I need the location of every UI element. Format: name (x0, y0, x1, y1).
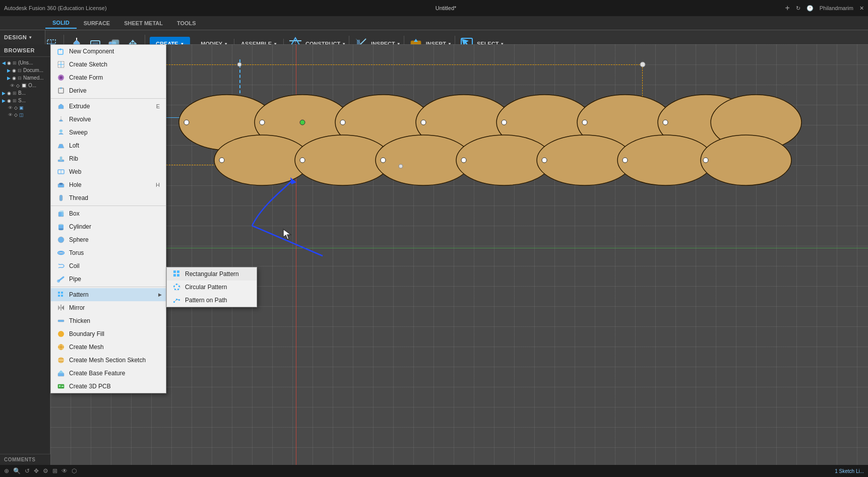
canvas-area[interactable] (50, 44, 868, 477)
menu-item-base-feature[interactable]: Create Base Feature (51, 367, 166, 380)
box-icon (57, 210, 65, 218)
thread-icon (57, 194, 65, 202)
menu-item-create-mesh[interactable]: Create Mesh (51, 340, 166, 354)
svg-point-80 (59, 183, 63, 185)
svg-rect-94 (58, 295, 60, 297)
extrude-icon (57, 102, 65, 110)
create-sketch-icon (57, 60, 65, 69)
add-tab-icon[interactable]: + (785, 4, 789, 13)
svg-rect-93 (61, 292, 63, 294)
svg-marker-96 (58, 305, 60, 310)
svg-point-67 (59, 76, 63, 79)
menu-item-derive[interactable]: Derive (51, 84, 166, 97)
design-label: DESIGN (4, 34, 27, 40)
nav-icon[interactable]: ⊕ (4, 467, 9, 474)
menu-item-mirror[interactable]: Mirror (51, 301, 166, 314)
menu-item-loft[interactable]: Loft (51, 139, 166, 152)
menu-item-cylinder[interactable]: Cylinder (51, 220, 166, 233)
pan-icon[interactable]: ✥ (34, 467, 39, 474)
tab-solid[interactable]: SOLID (45, 18, 77, 29)
create-mesh-icon (57, 343, 65, 351)
submenu-circular-pattern[interactable]: Circular Pattern (167, 281, 257, 294)
svg-point-55 (701, 135, 791, 185)
menu-item-pattern[interactable]: Pattern (51, 288, 166, 301)
menu-item-rib[interactable]: Rib (51, 152, 166, 165)
zoom-icon[interactable]: 🔍 (13, 467, 21, 474)
svg-rect-110 (59, 385, 60, 387)
menu-item-mesh-section[interactable]: Create Mesh Section Sketch (51, 354, 166, 367)
clock-icon[interactable]: 🕐 (807, 5, 814, 12)
tree-item-root[interactable]: ◀ ◉ ⊞ (Uns... (0, 59, 50, 66)
web-icon (57, 168, 65, 176)
refresh-icon[interactable]: ↻ (796, 5, 800, 12)
circ-pattern-icon (173, 283, 181, 291)
menu-torus-label: Torus (69, 249, 84, 256)
menu-extrude-label: Extrude (69, 103, 90, 110)
tree-item-named[interactable]: ▶ ◉ ⊟ Named... (0, 74, 50, 82)
tab-sheet-metal[interactable]: SHEET METAL (117, 18, 170, 28)
tree-subitem-2[interactable]: 👁 ◇ ◫ (0, 111, 50, 118)
status-bar-left: ⊕ 🔍 ↺ ✥ ⚙ ⊞ 👁 ⬡ (4, 467, 77, 474)
tree-item-o[interactable]: 👁 ◇ 🔲 O... (0, 82, 50, 89)
close-icon[interactable]: ✕ (859, 5, 864, 12)
menu-item-create-sketch[interactable]: Create Sketch (51, 58, 166, 71)
browser-tree: ◀ ◉ ⊞ (Uns... ▶ ◉ ⊟ Docum... ▶ ◉ ⊟ Named… (0, 57, 50, 120)
grid-icon[interactable]: ⊞ (52, 467, 57, 474)
svg-point-48 (381, 158, 386, 163)
hole-shortcut: H (156, 182, 160, 188)
menu-cylinder-label: Cylinder (69, 223, 91, 230)
tree-item-s[interactable]: ▶ ◉ ⊞ S... (0, 97, 50, 104)
tab-surface[interactable]: SURFACE (77, 18, 117, 28)
svg-point-23 (184, 120, 189, 125)
svg-point-90 (59, 252, 63, 254)
submenu-pattern-on-path[interactable]: Pattern on Path (167, 294, 257, 307)
status-bar: ⊕ 🔍 ↺ ✥ ⚙ ⊞ 👁 ⬡ 1 Sketch Li... (0, 465, 868, 477)
svg-rect-123 (176, 299, 177, 300)
tree-item-doc[interactable]: ▶ ◉ ⊟ Docum... (0, 66, 50, 74)
svg-rect-118 (176, 284, 177, 285)
menu-item-torus[interactable]: Torus (51, 246, 166, 259)
menu-item-extrude[interactable]: Extrude E (51, 100, 166, 113)
menu-item-sweep[interactable]: Sweep (51, 126, 166, 139)
design-dropdown-arrow: ▼ (28, 35, 32, 40)
svg-point-100 (58, 331, 64, 337)
svg-rect-99 (58, 320, 64, 322)
thicken-icon (57, 317, 65, 325)
title-bar-right: + ↻ 🕐 Philandmarim ✕ (785, 4, 864, 13)
tree-subitem-1[interactable]: 👁 ◇ ▣ (0, 104, 50, 111)
tab-tools[interactable]: TOOLS (170, 18, 203, 28)
menu-item-thicken[interactable]: Thicken (51, 314, 166, 327)
torus-icon (57, 249, 65, 257)
menu-mesh-section-label: Create Mesh Section Sketch (69, 357, 146, 364)
svg-point-104 (58, 357, 64, 363)
display-mode-icon[interactable]: ⬡ (72, 467, 77, 474)
menu-item-3d-pcb[interactable]: Create 3D PCB (51, 380, 166, 393)
menu-item-sphere[interactable]: Sphere (51, 233, 166, 246)
menu-item-box[interactable]: Box (51, 207, 166, 220)
settings-icon[interactable]: ⚙ (43, 467, 48, 474)
menu-item-pipe[interactable]: Pipe (51, 272, 166, 286)
menu-item-revolve[interactable]: Revolve (51, 113, 166, 126)
base-feature-icon (57, 369, 65, 377)
svg-rect-113 (177, 270, 179, 273)
menu-item-coil[interactable]: Coil (51, 259, 166, 272)
view-icon[interactable]: 👁 (61, 467, 68, 474)
rotate-icon[interactable]: ↺ (25, 467, 30, 474)
boundary-fill-icon (57, 330, 65, 338)
create-form-icon (57, 74, 65, 82)
menu-item-create-form[interactable]: Create Form (51, 71, 166, 84)
svg-point-50 (461, 158, 466, 163)
derive-icon (57, 87, 65, 95)
tree-item-b[interactable]: ▶ ◉ ⊞ B... (0, 89, 50, 97)
menu-item-web[interactable]: Web (51, 165, 166, 178)
menu-item-boundary-fill[interactable]: Boundary Fill (51, 327, 166, 340)
submenu-rect-pattern-label: Rectangular Pattern (185, 270, 239, 278)
browser-title: BROWSER (0, 44, 50, 57)
mirror-icon (57, 304, 65, 312)
menu-item-thread[interactable]: Thread (51, 191, 166, 205)
menu-sphere-label: Sphere (69, 236, 89, 243)
design-btn[interactable]: DESIGN ▼ (0, 30, 45, 44)
submenu-rectangular-pattern[interactable]: Rectangular Pattern (167, 267, 257, 281)
menu-item-new-component[interactable]: New Component (51, 45, 166, 58)
menu-item-hole[interactable]: Hole H (51, 178, 166, 191)
